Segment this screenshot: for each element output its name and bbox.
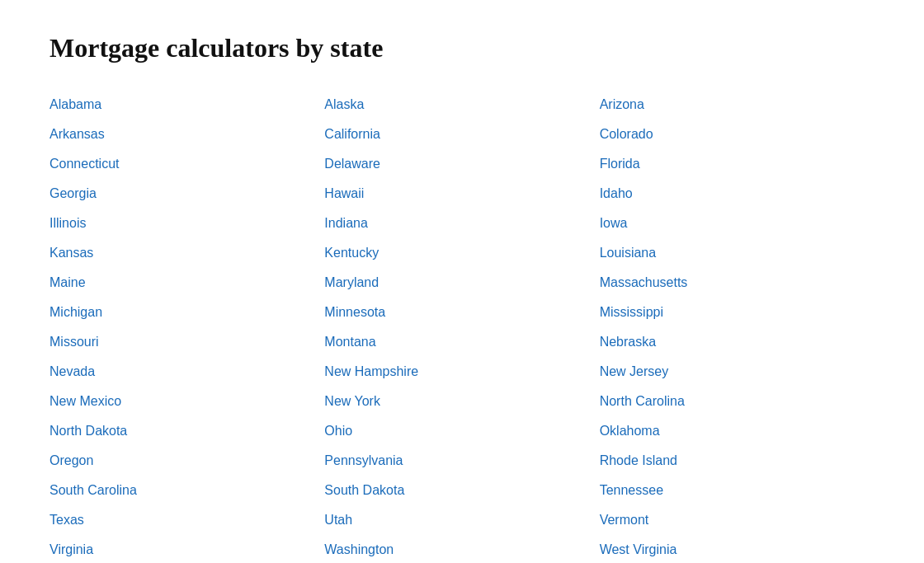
- state-link[interactable]: Colorado: [600, 120, 874, 149]
- state-link[interactable]: Kentucky: [324, 238, 599, 268]
- state-link[interactable]: Alaska: [324, 90, 599, 120]
- state-link[interactable]: Connecticut: [50, 149, 324, 179]
- state-link[interactable]: Nevada: [50, 357, 324, 387]
- state-link[interactable]: Tennessee: [600, 476, 874, 505]
- state-link[interactable]: California: [324, 120, 599, 149]
- state-link[interactable]: New Hampshire: [324, 357, 599, 387]
- state-link[interactable]: Iowa: [600, 209, 874, 238]
- state-link[interactable]: Louisiana: [600, 238, 874, 268]
- state-link[interactable]: Missouri: [50, 327, 324, 357]
- state-link[interactable]: Utah: [324, 505, 599, 535]
- state-link[interactable]: Oklahoma: [600, 416, 874, 446]
- state-link[interactable]: Florida: [600, 149, 874, 179]
- state-link[interactable]: Texas: [50, 505, 324, 535]
- state-link[interactable]: Kansas: [50, 238, 324, 268]
- state-link[interactable]: Montana: [324, 327, 599, 357]
- state-link[interactable]: Delaware: [324, 149, 599, 179]
- state-link[interactable]: Michigan: [50, 298, 324, 327]
- page-title: Mortgage calculators by state: [50, 33, 874, 63]
- state-link[interactable]: Minnesota: [324, 298, 599, 327]
- state-link[interactable]: Ohio: [324, 416, 599, 446]
- state-link[interactable]: Hawaii: [324, 179, 599, 209]
- state-link[interactable]: Massachusetts: [600, 268, 874, 298]
- state-link[interactable]: Maine: [50, 268, 324, 298]
- state-link[interactable]: Virginia: [50, 535, 324, 563]
- state-link[interactable]: New Jersey: [600, 357, 874, 387]
- state-link[interactable]: New York: [324, 387, 599, 416]
- state-link[interactable]: Maryland: [324, 268, 599, 298]
- state-link[interactable]: Illinois: [50, 209, 324, 238]
- state-link[interactable]: Pennsylvania: [324, 446, 599, 476]
- state-link[interactable]: South Dakota: [324, 476, 599, 505]
- state-link[interactable]: Arizona: [600, 90, 874, 120]
- state-link[interactable]: Indiana: [324, 209, 599, 238]
- state-link[interactable]: Alabama: [50, 90, 324, 120]
- state-link[interactable]: Mississippi: [600, 298, 874, 327]
- state-link[interactable]: West Virginia: [600, 535, 874, 563]
- state-grid: AlabamaAlaskaArizonaArkansasCaliforniaCo…: [50, 90, 874, 563]
- state-link[interactable]: North Dakota: [50, 416, 324, 446]
- state-link[interactable]: Rhode Island: [600, 446, 874, 476]
- state-link[interactable]: Georgia: [50, 179, 324, 209]
- state-link[interactable]: Oregon: [50, 446, 324, 476]
- state-link[interactable]: North Carolina: [600, 387, 874, 416]
- state-link[interactable]: Idaho: [600, 179, 874, 209]
- state-link[interactable]: South Carolina: [50, 476, 324, 505]
- state-link[interactable]: Arkansas: [50, 120, 324, 149]
- state-link[interactable]: Vermont: [600, 505, 874, 535]
- state-link[interactable]: Washington: [324, 535, 599, 563]
- state-link[interactable]: Nebraska: [600, 327, 874, 357]
- state-link[interactable]: New Mexico: [50, 387, 324, 416]
